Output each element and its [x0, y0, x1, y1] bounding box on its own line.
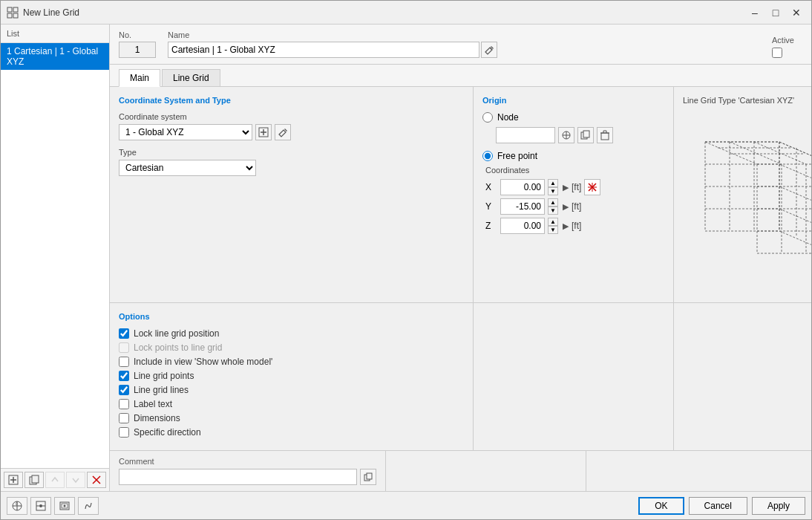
- coord-icon: 0: [11, 500, 23, 512]
- option-specific-direction: Specific direction: [119, 427, 464, 438]
- tab-main[interactable]: Main: [119, 69, 160, 87]
- bottom-section: Options Lock line grid position Lock poi…: [110, 303, 811, 450]
- add-small-icon: [258, 127, 269, 137]
- z-unit: [ft]: [572, 221, 581, 231]
- x-coord-row: X ▲ ▼ ▶ [ft]: [485, 179, 664, 195]
- comment-input[interactable]: [119, 469, 357, 485]
- y-axis-label: Y: [485, 201, 497, 212]
- include-view-label: Include in view 'Show whole model': [134, 357, 272, 367]
- delete-item-button[interactable]: [87, 472, 106, 488]
- coord-system-select[interactable]: 1 - Global XYZ: [119, 124, 252, 140]
- top-section: Coordinate System and Type Coordinate sy…: [110, 87, 811, 303]
- comment-label: Comment: [119, 457, 376, 466]
- z-spin-down[interactable]: ▼: [548, 226, 558, 234]
- type-group: Type Cartesian: [119, 148, 464, 176]
- x-spin-down[interactable]: ▼: [548, 187, 558, 195]
- footer-btn-2[interactable]: [30, 497, 51, 515]
- maximize-button[interactable]: □: [767, 5, 785, 20]
- copy-icon: [29, 475, 39, 485]
- svg-line-44: [779, 231, 811, 253]
- node-copy-btn[interactable]: [577, 127, 594, 143]
- window-controls: – □ ✕: [746, 5, 805, 20]
- active-checkbox[interactable]: [772, 48, 782, 58]
- ok-button[interactable]: OK: [638, 497, 684, 515]
- node-delete-btn[interactable]: [597, 127, 613, 143]
- preview-label: Line Grid Type 'Cartesian XYZ': [683, 96, 811, 105]
- origin-title: Origin: [482, 96, 664, 105]
- cancel-button[interactable]: Cancel: [689, 497, 747, 515]
- free-point-radio[interactable]: [482, 151, 493, 161]
- z-axis-label: Z: [485, 221, 497, 231]
- add-item-button[interactable]: [4, 472, 23, 488]
- footer-btn-1[interactable]: 0: [7, 497, 27, 515]
- label-text-label: Label text: [134, 399, 172, 409]
- specific-direction-checkbox[interactable]: [119, 427, 129, 438]
- x-axis-label: X: [485, 182, 497, 192]
- window-title: New Line Grid: [23, 7, 746, 18]
- line-grid-lines-checkbox[interactable]: [119, 385, 129, 395]
- include-view-checkbox[interactable]: [119, 357, 129, 367]
- list-item[interactable]: 1 Cartesian | 1 - Global XYZ: [1, 43, 109, 70]
- line-grid-points-checkbox[interactable]: [119, 371, 129, 381]
- list-toolbar: [1, 468, 109, 491]
- coord-edit-button[interactable]: [275, 124, 291, 140]
- footer-right: OK Cancel Apply: [638, 497, 805, 515]
- name-edit-button[interactable]: [481, 42, 497, 58]
- specific-direction-label: Specific direction: [134, 427, 201, 438]
- y-spin-up[interactable]: ▲: [548, 198, 558, 207]
- lock-line-grid-checkbox[interactable]: [119, 328, 129, 339]
- tab-content: Coordinate System and Type Coordinate sy…: [110, 87, 811, 491]
- node-radio-row: Node: [482, 112, 664, 123]
- tab-line-grid[interactable]: Line Grid: [162, 69, 220, 86]
- dimensions-checkbox[interactable]: [119, 413, 129, 423]
- x-pick-button[interactable]: [584, 179, 600, 195]
- x-spin-up[interactable]: ▲: [548, 179, 558, 187]
- coord-system-row: 1 - Global XYZ: [119, 124, 464, 140]
- svg-line-40: [779, 142, 811, 164]
- z-input[interactable]: [500, 218, 545, 234]
- free-point-label: Free point: [497, 151, 537, 161]
- label-text-checkbox[interactable]: [119, 399, 129, 409]
- node-radio[interactable]: [482, 112, 493, 123]
- list-panel: List 1 Cartesian | 1 - Global XYZ: [1, 25, 110, 491]
- lock-points-checkbox[interactable]: [119, 342, 129, 353]
- x-input[interactable]: [500, 179, 545, 195]
- comment-middle: [386, 451, 586, 491]
- no-input[interactable]: [119, 42, 156, 58]
- y-spin-down[interactable]: ▼: [548, 207, 558, 215]
- y-coord-row: Y ▲ ▼ ▶ [ft]: [485, 198, 664, 215]
- minimize-button[interactable]: –: [746, 5, 764, 20]
- add-icon: [8, 475, 19, 485]
- svg-line-16: [285, 129, 287, 131]
- close-button[interactable]: ✕: [788, 5, 805, 20]
- coord-add-button[interactable]: [255, 124, 272, 140]
- node-pick-btn[interactable]: [558, 127, 574, 143]
- move-up-button[interactable]: [45, 472, 65, 488]
- copy-item-button[interactable]: [24, 472, 44, 488]
- node-radio-label: Node: [497, 112, 519, 123]
- options-section: Options Lock line grid position Lock poi…: [110, 303, 474, 450]
- active-label: Active: [772, 36, 811, 45]
- lock-line-grid-label: Lock line grid position: [134, 328, 219, 339]
- footer-btn-4[interactable]: [78, 497, 99, 515]
- svg-rect-0: [7, 7, 12, 12]
- apply-button[interactable]: Apply: [752, 497, 805, 515]
- footer-btn-3[interactable]: [54, 497, 75, 515]
- bottom-right: [674, 303, 811, 450]
- active-section: Active: [772, 36, 811, 58]
- app-icon: [7, 7, 19, 19]
- name-input[interactable]: [168, 42, 479, 58]
- node-icon: [35, 500, 47, 512]
- svg-rect-22: [601, 133, 609, 140]
- move-down-button[interactable]: [66, 472, 85, 488]
- svg-line-41: [779, 164, 811, 186]
- move-down-icon: [71, 475, 81, 485]
- comment-copy-icon: [364, 472, 373, 481]
- svg-rect-65: [367, 473, 372, 479]
- y-input[interactable]: [500, 198, 545, 215]
- z-spin-up[interactable]: ▲: [548, 218, 558, 226]
- no-field-group: No.: [119, 30, 156, 58]
- node-input[interactable]: [496, 127, 555, 143]
- comment-copy-button[interactable]: [360, 469, 376, 485]
- type-select[interactable]: Cartesian: [119, 160, 256, 176]
